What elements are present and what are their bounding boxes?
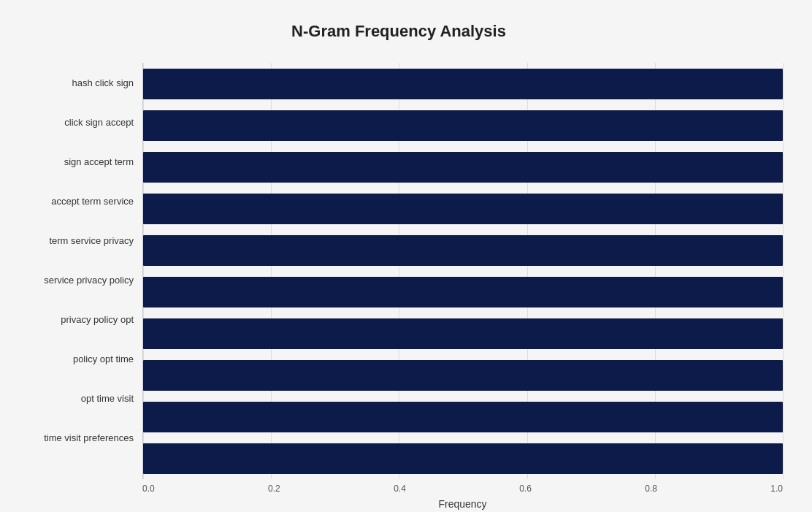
- bar: [143, 277, 783, 307]
- bar-row: [143, 188, 783, 229]
- bar-row: [143, 104, 783, 146]
- y-axis-label: privacy policy opt: [61, 300, 134, 340]
- y-axis-label: accept term service: [51, 181, 134, 221]
- y-axis: hash click signclick sign acceptsign acc…: [15, 63, 142, 458]
- bar-row: [143, 271, 783, 313]
- bar-row: [143, 63, 783, 104]
- bar: [143, 194, 783, 224]
- x-tick: 0.8: [645, 484, 657, 494]
- bar: [143, 152, 783, 183]
- bar: [143, 443, 783, 474]
- bar-row: [143, 396, 783, 438]
- bar: [143, 360, 783, 391]
- bar-row: [143, 438, 783, 479]
- bar: [143, 402, 783, 432]
- x-tick: 0.2: [268, 484, 280, 494]
- x-tick: 0.4: [394, 484, 406, 494]
- bar: [143, 110, 783, 141]
- chart-area: hash click signclick sign acceptsign acc…: [15, 63, 783, 458]
- x-tick: 0.6: [519, 484, 532, 494]
- x-axis-label: Frequency: [142, 498, 783, 510]
- y-axis-label: service privacy policy: [44, 260, 134, 299]
- bars-area: [142, 63, 783, 479]
- bar-row: [143, 354, 783, 396]
- y-axis-label: term service privacy: [49, 221, 134, 260]
- grid-line: [783, 63, 784, 479]
- bar: [143, 235, 783, 266]
- bar-row: [143, 313, 783, 354]
- y-axis-label: hash click sign: [72, 63, 134, 102]
- chart-title: N-Gram Frequency Analysis: [15, 15, 783, 41]
- y-axis-label: opt time visit: [81, 379, 134, 419]
- x-axis: 0.00.20.40.60.81.0 Frequency: [142, 479, 783, 510]
- bar-row: [143, 146, 783, 188]
- y-axis-label: click sign accept: [64, 102, 134, 142]
- bar-row: [143, 229, 783, 271]
- bar: [143, 318, 783, 349]
- y-axis-label: sign accept term: [64, 142, 134, 181]
- bars-and-x: 0.00.20.40.60.81.0 Frequency: [142, 63, 783, 458]
- chart-container: N-Gram Frequency Analysis hash click sig…: [0, 0, 812, 512]
- x-tick: 0.0: [142, 484, 155, 494]
- x-tick: 1.0: [770, 484, 783, 494]
- x-ticks: 0.00.20.40.60.81.0: [142, 479, 783, 494]
- y-axis-label: policy opt time: [73, 340, 134, 379]
- bar: [143, 69, 783, 99]
- y-axis-label: time visit preferences: [44, 419, 134, 458]
